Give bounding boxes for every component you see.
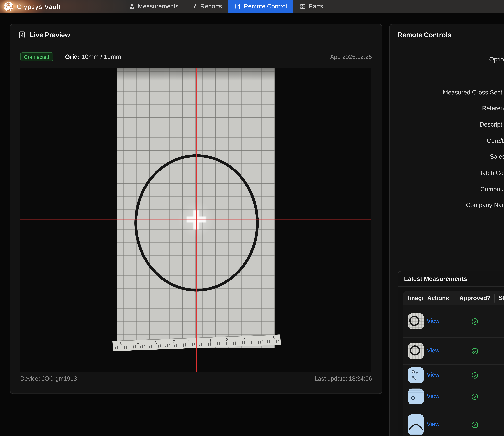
- form-row-description: Description:: [390, 118, 504, 131]
- ruler-number: 4: [137, 341, 140, 345]
- parts-grid-icon: [300, 3, 306, 9]
- view-link[interactable]: View: [427, 393, 440, 399]
- device-label: Device: JOC-gm1913: [20, 375, 77, 382]
- live-preview-panel: Live Preview Connected Grid: 10mm / 10mm…: [10, 24, 382, 394]
- ruler-number: 5: [272, 336, 275, 340]
- col-approved: Approved?: [455, 294, 495, 303]
- company-name-label: Company Name:: [390, 202, 504, 209]
- form-row-cross-section: Measured Cross Section: mm: [390, 85, 504, 99]
- latest-measurements-title: Latest Measurements: [404, 275, 467, 282]
- view-link[interactable]: View: [427, 371, 440, 378]
- measurement-thumbnail: [408, 343, 424, 359]
- flask-icon: [129, 3, 135, 9]
- form-row-batch-code: Batch Code:: [390, 166, 504, 180]
- connected-badge: Connected: [20, 52, 53, 61]
- ruler-number: 5: [119, 342, 122, 346]
- form-row-cure-lot: Cure/Lot:: [390, 134, 504, 147]
- ruler-number: 3: [243, 337, 245, 341]
- top-navigation-bar: Olypsys Vault Measurements Reports Remot…: [0, 0, 504, 13]
- measurement-thumbnail: [408, 367, 424, 383]
- latest-measurements-header: Latest Measurements: [398, 271, 504, 287]
- ruler-number: 4: [259, 336, 261, 341]
- ruler-number: 3: [155, 340, 157, 345]
- description-label: Description:: [390, 121, 504, 128]
- brand-logo-icon: [4, 2, 13, 11]
- app-window: Olypsys Vault Measurements Reports Remot…: [0, 0, 504, 436]
- remote-controls-panel: Remote Controls JOC-gm1913 (10mm / 10mm)…: [389, 24, 504, 436]
- camera-viewport[interactable]: 5 4 3 2 1 1 2 3 4 5: [20, 68, 371, 372]
- cure-lot-label: Cure/Lot:: [390, 137, 504, 144]
- live-preview-title: Live Preview: [30, 31, 70, 38]
- col-actions: Actions: [423, 294, 455, 303]
- brand-name: Olypsys Vault: [17, 3, 61, 10]
- cross-section-label: Measured Cross Section:: [390, 89, 504, 96]
- remote-controls-title: Remote Controls: [398, 31, 451, 38]
- measurement-thumbnail: [408, 414, 424, 435]
- approved-check-icon: [471, 371, 478, 379]
- last-update-label: Last update: 18:34:06: [315, 375, 372, 382]
- measurement-thumbnail: [408, 314, 424, 329]
- crosshair-horizontal: [20, 220, 371, 220]
- approved-check-icon: [471, 393, 478, 400]
- table-row[interactable]: View 15.82 2.30 Jack Smith Compression S…: [403, 386, 504, 407]
- form-row-sales: Sales #:: [390, 150, 504, 163]
- table-row[interactable]: View - 8.44 AZ 1325 New cord sample FKM …: [403, 407, 504, 436]
- live-preview-header: Live Preview: [10, 24, 382, 46]
- report-file-icon: [191, 3, 198, 9]
- options-row-1: Options: Auto-approve Result Save Result…: [390, 55, 504, 64]
- measurements-table: Image Actions Approved? Status ID (mm) C…: [403, 291, 504, 436]
- ruler-number: 2: [226, 337, 228, 342]
- tab-parts-label: Parts: [309, 3, 323, 10]
- tab-remote-control[interactable]: Remote Control: [228, 0, 293, 13]
- col-status: Status: [495, 294, 504, 303]
- main-nav: Measurements Reports Remote Control Part…: [122, 0, 330, 13]
- remote-controls-header: Remote Controls JOC-gm1913 (10mm / 10mm): [390, 24, 504, 46]
- live-preview-icon: [18, 31, 26, 38]
- tab-remote-control-label: Remote Control: [244, 3, 287, 10]
- measurement-form: Measured Cross Section: mm Reference: De…: [390, 85, 504, 215]
- grid-value: 10mm / 10mm: [81, 53, 121, 60]
- page: Olypsys Vault Measurements Reports Remot…: [0, 0, 504, 436]
- device-status-row: Device: JOC-gm1913 Last update: 18:34:06: [20, 375, 372, 382]
- latest-measurements-panel: Latest Measurements Image Actions Approv…: [398, 271, 504, 436]
- view-link[interactable]: View: [427, 317, 440, 325]
- tab-parts[interactable]: Parts: [293, 0, 330, 13]
- sales-label: Sales #:: [390, 153, 504, 160]
- reference-label: Reference:: [390, 105, 504, 112]
- remote-sliders-icon: [235, 3, 241, 9]
- options-row-2: Small O-ring Mode: [390, 71, 504, 80]
- form-row-company-name: Company Name:: [390, 199, 504, 212]
- form-row-reference: Reference:: [390, 102, 504, 115]
- table-header-row: Image Actions Approved? Status ID (mm) C…: [403, 291, 504, 306]
- tab-measurements[interactable]: Measurements: [122, 0, 185, 13]
- approved-check-icon: [471, 421, 478, 428]
- tab-reports[interactable]: Reports: [185, 0, 228, 13]
- col-image: Image: [403, 294, 423, 303]
- measurement-thumbnail: [408, 389, 424, 404]
- ruler-number: 1: [188, 339, 190, 343]
- form-row-compound: Compound:: [390, 183, 504, 196]
- live-status-row: Connected Grid: 10mm / 10mm App 2025.12.…: [20, 51, 372, 63]
- ruler-number: 2: [173, 339, 175, 344]
- approved-check-icon: [471, 318, 478, 325]
- ruler-number: 1: [209, 338, 212, 343]
- view-link[interactable]: View: [427, 347, 440, 354]
- brand[interactable]: Olypsys Vault: [4, 0, 61, 13]
- batch-code-label: Batch Code:: [390, 169, 504, 176]
- approved-check-icon: [471, 347, 478, 355]
- app-version: App 2025.12.25: [330, 53, 372, 60]
- view-link[interactable]: View: [427, 421, 440, 428]
- tab-reports-label: Reports: [200, 3, 222, 10]
- grid-info: Grid: 10mm / 10mm: [65, 53, 121, 60]
- table-row[interactable]: View 89.42 6.99 - - AS568 / -417 / 6.99m…: [403, 337, 504, 364]
- table-row[interactable]: View - - Metric Set Replenish AS568 / -0…: [403, 364, 504, 386]
- tab-measurements-label: Measurements: [138, 3, 179, 10]
- table-row[interactable]: View 89.54 6.99 Square Section Rong - No…: [403, 306, 504, 337]
- options-label: Options:: [390, 56, 504, 63]
- grid-label: Grid:: [65, 53, 80, 60]
- compound-label: Compound:: [390, 186, 504, 193]
